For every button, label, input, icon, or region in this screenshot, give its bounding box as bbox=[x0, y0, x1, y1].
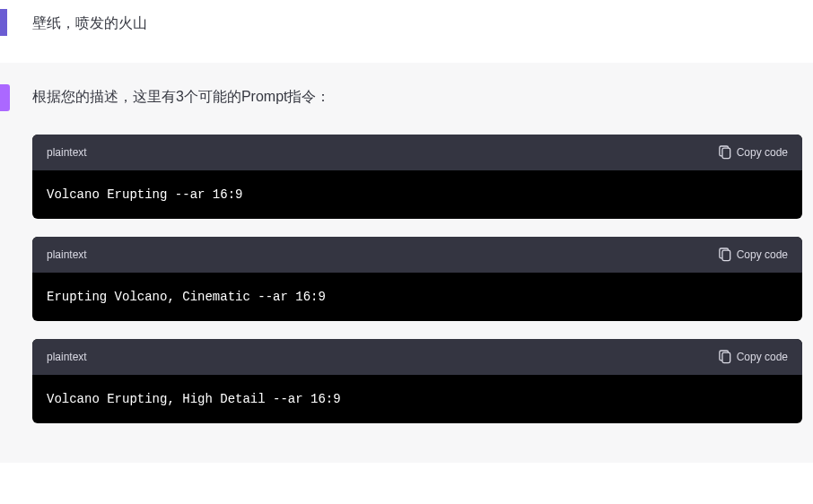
code-language-label: plaintext bbox=[47, 351, 87, 363]
copy-code-label: Copy code bbox=[737, 248, 788, 261]
copy-code-button[interactable]: Copy code bbox=[719, 248, 788, 262]
code-block: plaintext Copy code Volcano Erupting, Hi… bbox=[32, 339, 802, 423]
copy-code-label: Copy code bbox=[737, 146, 788, 159]
code-block: plaintext Copy code Volcano Erupting --a… bbox=[32, 135, 802, 219]
user-message-text: 壁纸，喷发的火山 bbox=[32, 9, 147, 36]
svg-rect-1 bbox=[722, 250, 730, 260]
clipboard-icon bbox=[719, 248, 731, 262]
copy-code-label: Copy code bbox=[737, 351, 788, 363]
code-block-content[interactable]: Volcano Erupting, High Detail --ar 16:9 bbox=[32, 375, 802, 423]
code-language-label: plaintext bbox=[47, 248, 87, 261]
user-avatar-edge bbox=[0, 9, 7, 36]
user-message-row: 壁纸，喷发的火山 bbox=[0, 0, 813, 63]
code-block: plaintext Copy code Erupting Volcano, Ci… bbox=[32, 237, 802, 321]
assistant-avatar-edge bbox=[0, 84, 10, 111]
svg-rect-2 bbox=[722, 352, 730, 362]
code-language-label: plaintext bbox=[47, 146, 87, 159]
code-block-header: plaintext Copy code bbox=[32, 135, 802, 170]
code-block-header: plaintext Copy code bbox=[32, 237, 802, 273]
clipboard-icon bbox=[719, 350, 731, 364]
assistant-intro-text: 根据您的描述，这里有3个可能的Prompt指令： bbox=[32, 84, 804, 109]
code-block-content[interactable]: Volcano Erupting --ar 16:9 bbox=[32, 170, 802, 219]
code-block-content[interactable]: Erupting Volcano, Cinematic --ar 16:9 bbox=[32, 273, 802, 321]
svg-rect-0 bbox=[722, 148, 730, 158]
code-block-header: plaintext Copy code bbox=[32, 339, 802, 375]
copy-code-button[interactable]: Copy code bbox=[719, 145, 788, 160]
copy-code-button[interactable]: Copy code bbox=[719, 350, 788, 364]
assistant-message-row: 根据您的描述，这里有3个可能的Prompt指令： plaintext Copy … bbox=[0, 63, 813, 463]
clipboard-icon bbox=[719, 145, 731, 160]
assistant-content: 根据您的描述，这里有3个可能的Prompt指令： plaintext Copy … bbox=[32, 84, 813, 441]
